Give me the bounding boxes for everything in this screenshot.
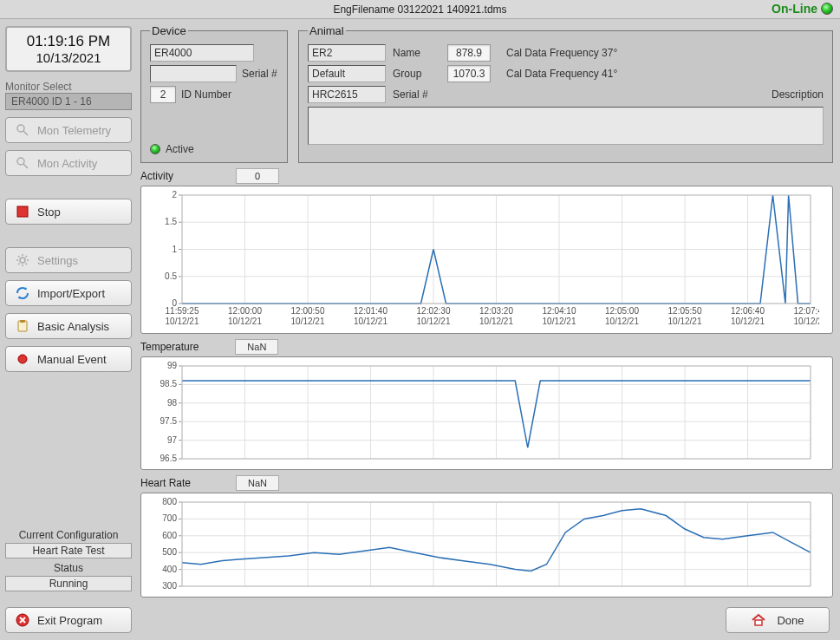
svg-text:600: 600: [162, 531, 177, 540]
device-panel: Device ER4000 Serial # 2 ID Number Activ…: [140, 24, 288, 163]
svg-text:10/12/21: 10/12/21: [731, 317, 765, 326]
magnifier-icon: [15, 155, 30, 171]
activity-chart[interactable]: 00.511.5211:59:2510/12/2112:00:0010/12/2…: [143, 188, 819, 331]
cal41-field[interactable]: 1070.3: [447, 65, 491, 82]
svg-line-13: [26, 256, 28, 258]
animal-name-field[interactable]: ER2: [308, 44, 386, 62]
home-icon: [751, 612, 766, 628]
heartrate-chart-section: Heart Rate NaN 300400500600700800: [140, 475, 833, 598]
import-export-button[interactable]: Import/Export: [5, 280, 132, 306]
settings-button[interactable]: Settings: [5, 247, 132, 273]
svg-text:0.5: 0.5: [165, 271, 177, 281]
svg-text:10/12/21: 10/12/21: [291, 317, 325, 326]
heartrate-chart[interactable]: 300400500600700800: [143, 495, 819, 595]
temperature-value: NaN: [235, 339, 278, 355]
svg-text:97: 97: [167, 435, 178, 445]
title-bar: EngFilename 03122021 140921.tdms On-Line: [0, 0, 840, 19]
basic-analysis-button[interactable]: Basic Analysis: [5, 313, 132, 339]
monitor-select[interactable]: ER4000 ID 1 - 16: [5, 93, 132, 110]
svg-text:12:00:00: 12:00:00: [228, 306, 262, 316]
mon-telemetry-button[interactable]: Mon Telemetry: [5, 117, 132, 143]
svg-text:12:00:50: 12:00:50: [291, 306, 325, 316]
heartrate-value: NaN: [236, 475, 279, 491]
svg-text:500: 500: [162, 547, 177, 557]
animal-description-field[interactable]: [308, 107, 824, 145]
clock: 01:19:16 PM 10/13/2021: [5, 26, 132, 72]
svg-point-2: [17, 158, 24, 165]
svg-rect-127: [755, 620, 762, 625]
record-icon: [15, 351, 30, 367]
svg-text:12:02:30: 12:02:30: [417, 306, 451, 316]
svg-text:12:01:40: 12:01:40: [354, 306, 387, 316]
svg-rect-4: [17, 206, 28, 217]
svg-line-12: [18, 264, 20, 265]
connection-status: On-Line: [772, 2, 833, 16]
monitor-select-label: Monitor Select: [5, 81, 132, 93]
animal-panel: Animal ER2 Name 878.9 Cal Data Frequency…: [298, 24, 833, 163]
device-serial-field[interactable]: [150, 65, 237, 82]
svg-text:1.5: 1.5: [165, 217, 177, 226]
svg-point-5: [20, 258, 25, 263]
content-area: Device ER4000 Serial # 2 ID Number Activ…: [137, 19, 840, 640]
animal-serial-field[interactable]: HRC2615: [308, 86, 386, 103]
sidebar: 01:19:16 PM 10/13/2021 Monitor Select ER…: [0, 19, 137, 640]
temperature-chart-section: Temperature NaN 96.59797.59898.599: [140, 339, 833, 470]
config-block: Current Configuration Heart Rate Test St…: [5, 529, 132, 591]
animal-group-field[interactable]: Default: [308, 65, 386, 82]
svg-text:12:03:20: 12:03:20: [479, 306, 513, 316]
svg-text:1: 1: [172, 245, 177, 254]
manual-event-button[interactable]: Manual Event: [5, 346, 132, 372]
svg-line-3: [23, 164, 28, 168]
svg-point-0: [17, 125, 24, 132]
svg-text:10/12/21: 10/12/21: [794, 317, 819, 326]
temperature-chart[interactable]: 96.59797.59898.599: [143, 359, 819, 467]
svg-text:12:04:10: 12:04:10: [543, 306, 576, 316]
svg-text:12:06:40: 12:06:40: [731, 306, 765, 316]
status-led-icon: [821, 3, 833, 15]
svg-text:98: 98: [167, 398, 178, 408]
svg-point-16: [18, 355, 27, 363]
refresh-icon: [15, 285, 30, 301]
svg-line-10: [18, 256, 20, 258]
svg-text:10/12/21: 10/12/21: [668, 317, 702, 326]
svg-text:12:05:00: 12:05:00: [605, 306, 639, 316]
svg-line-11: [26, 264, 28, 265]
stop-button[interactable]: Stop: [5, 199, 132, 225]
cal37-field[interactable]: 878.9: [447, 44, 491, 62]
device-id-field[interactable]: 2: [150, 86, 176, 103]
clock-time: 01:19:16 PM: [9, 33, 128, 50]
svg-text:97.5: 97.5: [160, 416, 178, 426]
activity-chart-section: Activity 0 00.511.5211:59:2510/12/2112:0…: [140, 168, 833, 334]
close-icon: [15, 612, 30, 628]
svg-text:12:05:50: 12:05:50: [668, 306, 702, 316]
activity-value: 0: [236, 168, 279, 184]
clipboard-icon: [15, 318, 30, 334]
svg-text:2: 2: [172, 190, 177, 199]
svg-text:99: 99: [167, 361, 178, 370]
magnifier-icon: [15, 122, 30, 138]
svg-text:700: 700: [162, 513, 177, 523]
svg-text:96.5: 96.5: [160, 454, 178, 463]
exit-program-button[interactable]: Exit Program: [5, 607, 132, 633]
config-status: Running: [5, 576, 132, 591]
mon-activity-button[interactable]: Mon Activity: [5, 150, 132, 176]
svg-text:300: 300: [162, 581, 177, 591]
svg-text:800: 800: [162, 497, 177, 506]
filename: EngFilename 03122021 140921.tdms: [333, 3, 506, 16]
clock-date: 10/13/2021: [9, 50, 128, 65]
stop-icon: [15, 204, 30, 219]
svg-line-1: [23, 131, 28, 135]
active-led-icon: [150, 144, 160, 154]
gear-icon: [15, 252, 30, 268]
svg-rect-15: [20, 320, 25, 323]
svg-text:10/12/21: 10/12/21: [479, 317, 513, 326]
svg-text:11:59:25: 11:59:25: [166, 306, 199, 316]
svg-text:10/12/21: 10/12/21: [417, 317, 451, 326]
svg-text:10/12/21: 10/12/21: [605, 317, 639, 326]
svg-text:10/12/21: 10/12/21: [354, 317, 387, 326]
svg-text:10/12/21: 10/12/21: [228, 317, 262, 326]
device-name-field[interactable]: ER4000: [150, 44, 254, 62]
svg-text:10/12/21: 10/12/21: [166, 317, 199, 326]
done-button[interactable]: Done: [726, 607, 830, 633]
config-name: Heart Rate Test: [5, 543, 132, 558]
